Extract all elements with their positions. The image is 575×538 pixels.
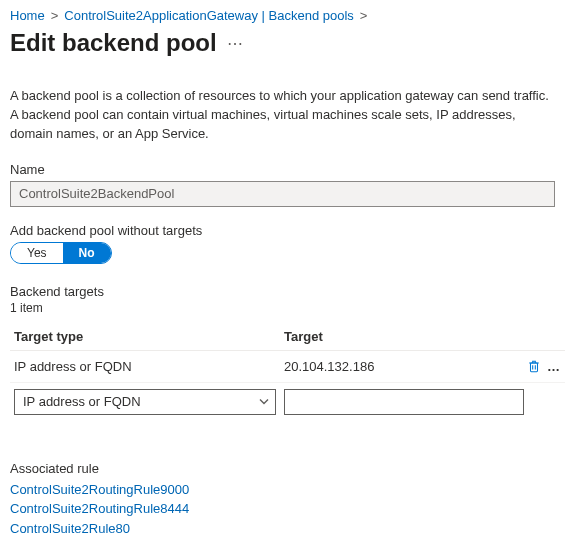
new-target-row: IP address or FQDN [10, 383, 565, 415]
table-row: IP address or FQDN 20.104.132.186 … [10, 351, 565, 383]
col-target-type: Target type [14, 329, 284, 344]
target-type-select-value: IP address or FQDN [23, 394, 141, 409]
target-type-select[interactable]: IP address or FQDN [14, 389, 276, 415]
associated-rule-link[interactable]: ControlSuite2RoutingRule9000 [10, 480, 565, 500]
backend-targets-heading: Backend targets [10, 284, 565, 299]
without-targets-toggle[interactable]: Yes No [10, 242, 112, 264]
chevron-right-icon: > [360, 8, 368, 23]
associated-rule-link[interactable]: ControlSuite2Rule80 [10, 519, 565, 538]
associated-rule-heading: Associated rule [10, 461, 565, 476]
table-header: Target type Target [10, 323, 565, 351]
page-title: Edit backend pool [10, 29, 217, 57]
name-label: Name [10, 162, 565, 177]
more-actions-button[interactable]: ⋯ [227, 34, 243, 53]
delete-icon[interactable] [527, 359, 541, 373]
toggle-no[interactable]: No [63, 243, 111, 263]
name-input[interactable] [10, 181, 555, 207]
breadcrumb-home[interactable]: Home [10, 8, 45, 23]
row-target-value: 20.104.132.186 [284, 359, 517, 374]
chevron-right-icon: > [51, 8, 59, 23]
row-more-icon[interactable]: … [547, 359, 561, 374]
without-targets-label: Add backend pool without targets [10, 223, 565, 238]
targets-table: Target type Target IP address or FQDN 20… [10, 323, 565, 415]
associated-rule-link[interactable]: ControlSuite2RoutingRule8444 [10, 499, 565, 519]
target-value-input[interactable] [284, 389, 524, 415]
toggle-yes[interactable]: Yes [11, 243, 63, 263]
item-count: 1 item [10, 301, 565, 315]
svg-rect-0 [531, 363, 538, 372]
breadcrumb: Home > ControlSuite2ApplicationGateway |… [10, 8, 565, 23]
breadcrumb-parent[interactable]: ControlSuite2ApplicationGateway | Backen… [64, 8, 354, 23]
col-target: Target [284, 329, 517, 344]
description-text: A backend pool is a collection of resour… [10, 87, 555, 144]
chevron-down-icon [259, 394, 269, 409]
row-target-type: IP address or FQDN [14, 359, 284, 374]
